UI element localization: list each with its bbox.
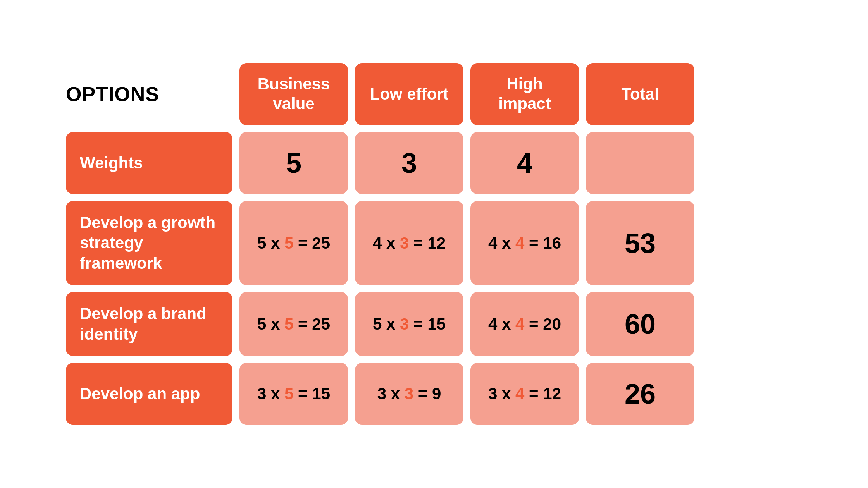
app-low-effort: 3 x 3 = 9 — [355, 363, 463, 425]
growth-bv-formula: 5 x 5 = 25 — [257, 234, 330, 253]
brand-low-effort: 5 x 3 = 15 — [355, 292, 463, 356]
row-label-app: Develop an app — [66, 363, 232, 425]
weights-bv-value: 5 — [286, 147, 301, 179]
growth-label: Develop a growth strategy framework — [80, 213, 219, 274]
growth-le-formula: 4 x 3 = 12 — [373, 234, 446, 253]
growth-business-value: 5 x 5 = 25 — [239, 201, 348, 285]
growth-high-impact: 4 x 4 = 16 — [470, 201, 579, 285]
weights-hi-value: 4 — [517, 147, 532, 179]
growth-total: 53 — [586, 201, 694, 285]
header-high-impact: High impact — [470, 63, 579, 125]
app-business-value: 3 x 5 = 15 — [239, 363, 348, 425]
header-low-effort: Low effort — [355, 63, 463, 125]
app-label: Develop an app — [80, 384, 200, 404]
header-total-label: Total — [621, 84, 659, 104]
row-label-brand: Develop a brand identity — [66, 292, 232, 356]
brand-high-impact: 4 x 4 = 20 — [470, 292, 579, 356]
weights-high-impact: 4 — [470, 132, 579, 194]
weights-business-value: 5 — [239, 132, 348, 194]
header-high-impact-label: High impact — [478, 74, 571, 113]
brand-bv-formula: 5 x 5 = 25 — [257, 315, 330, 333]
header-business-value: Business value — [239, 63, 348, 125]
brand-label: Develop a brand identity — [80, 304, 219, 344]
weights-low-effort: 3 — [355, 132, 463, 194]
growth-low-effort: 4 x 3 = 12 — [355, 201, 463, 285]
table-grid: OPTIONS Business value Low effort High i… — [66, 63, 802, 425]
app-high-impact: 3 x 4 = 12 — [470, 363, 579, 425]
header-options: OPTIONS — [66, 63, 232, 125]
growth-total-value: 53 — [625, 227, 656, 259]
brand-le-formula: 5 x 3 = 15 — [373, 315, 446, 333]
weighted-scoring-table: OPTIONS Business value Low effort High i… — [66, 63, 802, 425]
app-total: 26 — [586, 363, 694, 425]
row-label-growth: Develop a growth strategy framework — [66, 201, 232, 285]
weights-total — [586, 132, 694, 194]
brand-total-value: 60 — [625, 308, 656, 340]
brand-business-value: 5 x 5 = 25 — [239, 292, 348, 356]
app-le-formula: 3 x 3 = 9 — [377, 385, 441, 403]
app-bv-formula: 3 x 5 = 15 — [257, 385, 330, 403]
header-total: Total — [586, 63, 694, 125]
growth-hi-formula: 4 x 4 = 16 — [488, 234, 561, 253]
app-hi-formula: 3 x 4 = 12 — [488, 385, 561, 403]
weights-label: Weights — [80, 153, 143, 174]
app-total-value: 26 — [625, 378, 656, 410]
row-label-weights: Weights — [66, 132, 232, 194]
brand-hi-formula: 4 x 4 = 20 — [488, 315, 561, 333]
header-business-value-label: Business value — [247, 74, 340, 113]
header-low-effort-label: Low effort — [370, 84, 449, 104]
weights-le-value: 3 — [401, 147, 417, 179]
brand-total: 60 — [586, 292, 694, 356]
options-label: OPTIONS — [66, 82, 159, 106]
